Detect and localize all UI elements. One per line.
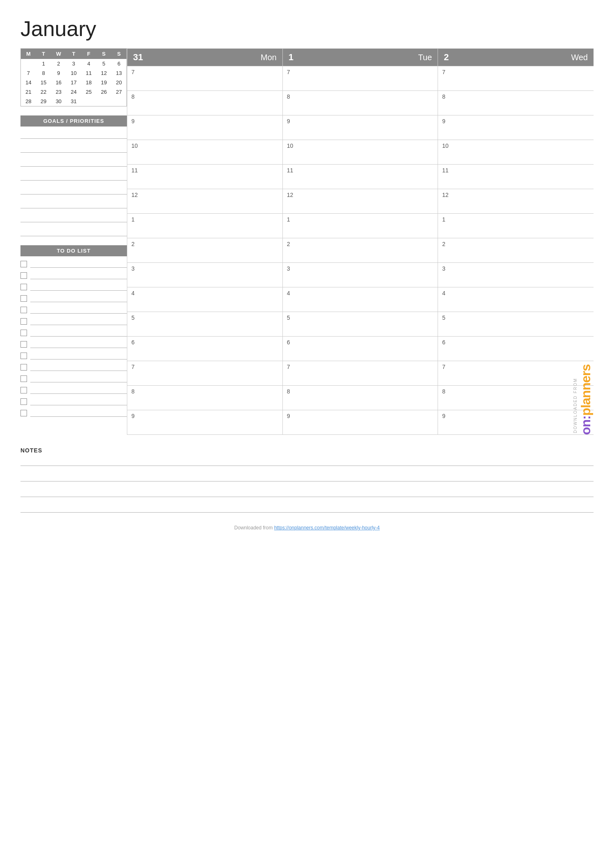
todo-item [20, 272, 127, 279]
hour-label: 3 [287, 265, 290, 272]
todo-checkbox[interactable] [20, 375, 27, 382]
cal-cell: 2 [51, 59, 66, 68]
cal-cell: 21 [21, 87, 36, 97]
hour-label: 1 [442, 216, 445, 223]
hour-rows: 7778889991010101111111212121112223334445… [127, 66, 594, 435]
todo-item [20, 329, 127, 337]
todo-checkbox[interactable] [20, 364, 27, 371]
day-num: 1 [289, 52, 293, 63]
cal-cell: 3 [66, 59, 81, 68]
goals-header: GOALS / PRIORITIES [20, 115, 127, 127]
cal-cell: 7 [21, 68, 36, 78]
hour-cell: 9 [438, 410, 594, 435]
hour-cell: 7 [283, 361, 438, 386]
hour-cell: 2 [283, 238, 438, 263]
hour-label: 7 [131, 69, 135, 75]
hour-cell: 9 [127, 115, 283, 140]
todo-checkbox[interactable] [20, 284, 27, 290]
todo-item [20, 306, 127, 314]
hour-label: 9 [131, 118, 135, 124]
notes-label: NOTES [20, 447, 594, 454]
todo-line [30, 260, 127, 268]
hour-cell: 5 [438, 312, 594, 337]
todo-line [30, 329, 127, 337]
cal-cell [81, 97, 96, 106]
todo-checkbox[interactable] [20, 318, 27, 325]
cal-header-t: T [66, 49, 81, 59]
hour-cell: 8 [127, 91, 283, 115]
todo-checkbox[interactable] [20, 330, 27, 336]
cal-cell [96, 97, 111, 106]
goal-line [20, 172, 127, 181]
cal-cell: 12 [96, 68, 111, 78]
hour-cell: 5 [283, 312, 438, 337]
todo-checkbox[interactable] [20, 295, 27, 302]
hour-cell: 8 [438, 386, 594, 410]
hour-cell: 1 [283, 214, 438, 238]
cal-header-s: S [96, 49, 111, 59]
todo-item [20, 364, 127, 371]
hour-cell: 11 [283, 165, 438, 189]
cal-cell: 14 [21, 78, 36, 87]
hour-cell: 9 [283, 115, 438, 140]
todo-line [30, 375, 127, 382]
todo-line [30, 295, 127, 302]
watermark-downloaded: DOWNLOADED FROM [573, 378, 578, 433]
hour-cell: 8 [127, 386, 283, 410]
todo-checkbox[interactable] [20, 261, 27, 267]
hour-label: 8 [287, 388, 290, 395]
hour-label: 4 [442, 290, 445, 296]
todo-line [30, 352, 127, 359]
hour-cell: 10 [438, 140, 594, 165]
page-title: January [20, 16, 594, 41]
cal-cell: 17 [66, 78, 81, 87]
todo-checkbox[interactable] [20, 398, 27, 405]
hour-label: 11 [287, 167, 293, 174]
cal-header-m: M [21, 49, 36, 59]
cal-cell: 23 [51, 87, 66, 97]
hour-label: 6 [442, 339, 445, 346]
schedule-grid: 31Mon1Tue2Wed 77788899910101011111112121… [127, 48, 594, 435]
hour-label: 6 [131, 339, 135, 346]
hour-label: 2 [287, 241, 290, 247]
cal-cell: 16 [51, 78, 66, 87]
hour-label: 7 [442, 364, 445, 370]
cal-cell: 25 [81, 87, 96, 97]
hour-label: 2 [442, 241, 445, 247]
hour-cell: 4 [127, 287, 283, 312]
day-name: Tue [418, 53, 432, 62]
day-name: Mon [261, 53, 277, 62]
hour-label: 7 [442, 69, 445, 75]
hour-label: 9 [442, 413, 445, 419]
cal-cell: 4 [81, 59, 96, 68]
cal-cell: 15 [36, 78, 51, 87]
goal-line [20, 131, 127, 139]
cal-cell: 28 [21, 97, 36, 106]
todo-item [20, 375, 127, 382]
todo-checkbox[interactable] [20, 353, 27, 359]
notes-line [20, 458, 594, 466]
hour-label: 3 [131, 265, 135, 272]
hour-label: 7 [287, 364, 290, 370]
goal-line [20, 200, 127, 208]
todo-checkbox[interactable] [20, 307, 27, 313]
todo-item [20, 260, 127, 268]
todo-line [30, 306, 127, 314]
cal-cell: 5 [96, 59, 111, 68]
hour-label: 8 [442, 93, 445, 100]
footer-url[interactable]: https://onplanners.com/template/weekly-h… [274, 525, 380, 531]
cal-cell: 6 [111, 59, 126, 68]
todo-checkbox[interactable] [20, 272, 27, 279]
cal-header-w: W [51, 49, 66, 59]
hour-cell: 9 [127, 410, 283, 435]
todo-checkbox[interactable] [20, 341, 27, 348]
todo-checkbox[interactable] [20, 410, 27, 416]
cal-header-t: T [36, 49, 51, 59]
cal-cell: 26 [96, 87, 111, 97]
hour-cell: 4 [438, 287, 594, 312]
cal-header-s: S [111, 49, 126, 59]
todo-checkbox[interactable] [20, 387, 27, 393]
hour-label: 9 [287, 118, 290, 124]
todo-section: TO DO LIST [20, 245, 127, 417]
hour-label: 9 [131, 413, 135, 419]
